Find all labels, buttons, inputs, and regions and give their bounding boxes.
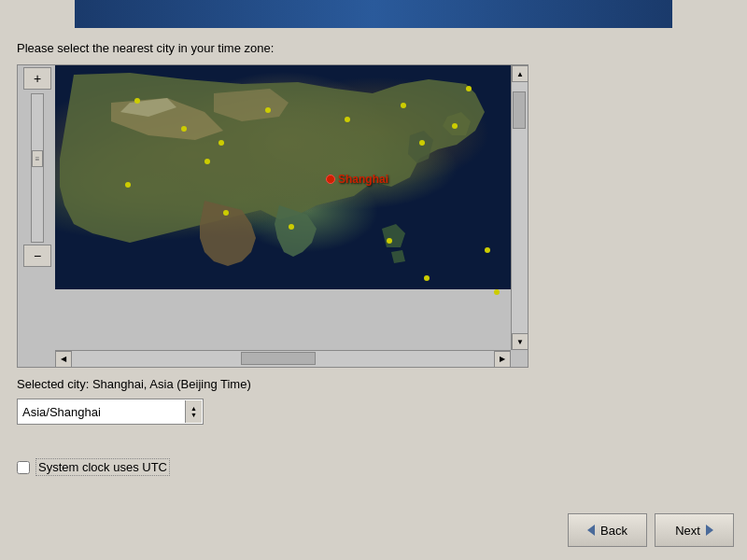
back-arrow-icon xyxy=(587,525,595,536)
shanghai-marker[interactable]: Shanghai xyxy=(326,173,388,186)
next-arrow-icon xyxy=(706,525,713,536)
utc-label: System clock uses UTC xyxy=(35,458,170,476)
back-label: Back xyxy=(600,524,627,538)
instruction-text: Please select the nearest city in your t… xyxy=(17,41,730,55)
city-dot-15[interactable] xyxy=(494,289,500,295)
scroll-track-vertical[interactable] xyxy=(512,82,528,333)
next-label: Next xyxy=(675,524,700,538)
zoom-slider-track[interactable]: ≡ xyxy=(31,93,44,243)
zoom-out-button[interactable]: − xyxy=(23,245,51,267)
city-dot-9[interactable] xyxy=(452,123,458,129)
map-container: + ≡ − xyxy=(17,64,529,368)
timezone-select-wrapper: Asia/Shanghai Asia/Beijing Asia/Tokyo As… xyxy=(17,399,204,425)
city-dot-17[interactable] xyxy=(125,182,131,188)
city-dot-16[interactable] xyxy=(485,247,490,253)
city-dot-3[interactable] xyxy=(218,140,224,146)
city-dot-14[interactable] xyxy=(424,275,430,281)
city-dot-5[interactable] xyxy=(345,117,350,122)
scroll-down-button[interactable]: ▼ xyxy=(512,333,529,350)
scroll-thumb-horizontal[interactable] xyxy=(241,352,316,365)
zoom-controls: + ≡ − xyxy=(18,65,57,350)
scroll-thumb-vertical[interactable] xyxy=(513,91,526,129)
city-dot-7[interactable] xyxy=(466,86,472,91)
zoom-slider-thumb[interactable]: ≡ xyxy=(32,150,43,167)
back-button[interactable]: Back xyxy=(568,513,647,547)
utc-checkbox[interactable] xyxy=(17,461,30,474)
header-bar xyxy=(75,0,672,28)
city-dot-1[interactable] xyxy=(134,98,140,104)
bottom-buttons: Back Next xyxy=(568,513,734,547)
zoom-in-button[interactable]: + xyxy=(23,67,51,90)
city-dot-8[interactable] xyxy=(419,140,425,146)
city-dot-6[interactable] xyxy=(401,103,406,108)
shanghai-dot xyxy=(326,175,335,184)
shanghai-label: Shanghai xyxy=(338,173,388,186)
scroll-up-button[interactable]: ▲ xyxy=(512,65,529,82)
scroll-left-button[interactable]: ◀ xyxy=(55,351,72,368)
map-inner[interactable]: Shanghai xyxy=(55,65,513,350)
next-button[interactable]: Next xyxy=(655,513,734,547)
selected-city-text: Selected city: Shanghai, Asia (Beijing T… xyxy=(17,377,730,391)
timezone-select[interactable]: Asia/Shanghai Asia/Beijing Asia/Tokyo As… xyxy=(17,399,204,425)
city-dot-10[interactable] xyxy=(204,159,210,164)
scroll-track-horizontal[interactable] xyxy=(72,351,494,367)
city-dot-2[interactable] xyxy=(181,126,187,132)
vertical-scrollbar[interactable]: ▲ ▼ xyxy=(511,65,528,350)
city-dot-4[interactable] xyxy=(265,107,271,113)
scroll-right-button[interactable]: ▶ xyxy=(494,351,511,368)
city-dot-13[interactable] xyxy=(387,238,392,244)
city-dot-12[interactable] xyxy=(289,224,294,230)
city-dot-11[interactable] xyxy=(223,210,229,216)
utc-section: System clock uses UTC xyxy=(17,458,170,476)
horizontal-scrollbar[interactable]: ◀ ▶ xyxy=(55,350,511,367)
